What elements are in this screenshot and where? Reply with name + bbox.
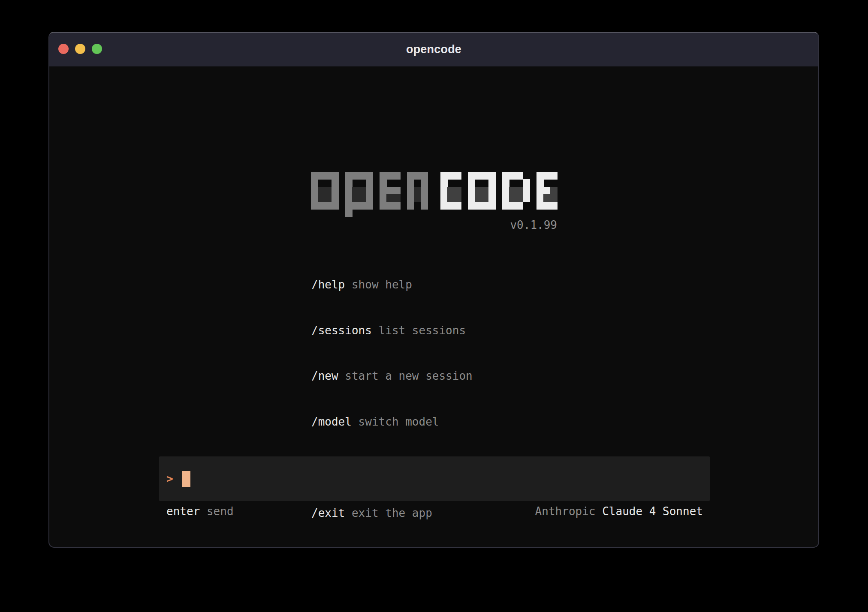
command-description: start a new session: [345, 369, 472, 382]
key-hint: entersend: [166, 504, 234, 519]
window-title: opencode: [49, 33, 818, 66]
command-name: /sessions: [311, 324, 372, 337]
command-name: /new: [311, 369, 338, 382]
command-name: /help: [311, 278, 345, 291]
command-item-new: /newstart a new session: [311, 369, 473, 384]
version-label: v0.1.99: [311, 219, 557, 231]
command-item-model: /modelswitch model: [311, 414, 473, 430]
command-list: /helpshow help /sessionslist sessions /n…: [311, 247, 473, 548]
command-description: switch model: [359, 415, 439, 428]
command-item-help: /helpshow help: [311, 277, 473, 293]
window-titlebar[interactable]: opencode: [49, 33, 818, 66]
text-cursor: [182, 471, 190, 487]
desktop-background: opencode v0.1.99 /helpshow help /session…: [0, 0, 868, 612]
prompt-symbol: >: [166, 472, 173, 485]
key-hint-action: send: [207, 505, 234, 518]
status-bar: entersend AnthropicClaude 4 Sonnet: [159, 504, 710, 519]
opencode-logo: [311, 172, 560, 217]
key-hint-key: enter: [166, 505, 200, 518]
model-provider: Anthropic: [535, 505, 596, 518]
opencode-terminal-window: opencode v0.1.99 /helpshow help /session…: [48, 32, 819, 548]
command-item-sessions: /sessionslist sessions: [311, 323, 473, 339]
model-indicator: AnthropicClaude 4 Sonnet: [535, 504, 703, 519]
command-description: list sessions: [379, 324, 466, 337]
command-description: show help: [352, 278, 412, 291]
command-name: /model: [311, 415, 352, 428]
prompt-input[interactable]: >: [159, 456, 710, 501]
model-name: Claude 4 Sonnet: [602, 505, 703, 518]
